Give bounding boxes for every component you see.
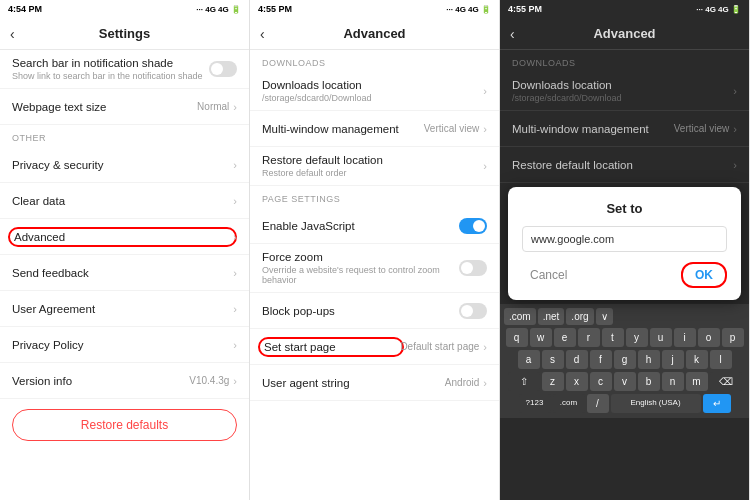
list-item-js[interactable]: Enable JavaScript (250, 208, 499, 244)
kb-key-u[interactable]: u (650, 328, 672, 347)
kb-key-backspace[interactable]: ⌫ (710, 372, 742, 391)
kb-key-space[interactable]: English (USA) (611, 394, 701, 413)
chevron-icon: › (233, 339, 237, 351)
chevron-icon: › (233, 303, 237, 315)
kb-key-f[interactable]: f (590, 350, 612, 369)
kb-key-d[interactable]: d (566, 350, 588, 369)
item-title: Force zoom (262, 251, 459, 263)
list-item-search-bar[interactable]: Search bar in notification shade Show li… (0, 50, 249, 89)
item-value: Vertical view (424, 123, 480, 134)
kb-key-i[interactable]: i (674, 328, 696, 347)
back-arrow-3[interactable]: ‹ (510, 26, 515, 42)
toggle-force-zoom[interactable] (459, 260, 487, 276)
kb-key-b[interactable]: b (638, 372, 660, 391)
list-item-user-agent[interactable]: User agent string Android › (250, 365, 499, 401)
page-title-3: Advanced (593, 26, 655, 41)
status-icons-2: ··· 4G 4G 🔋 (446, 5, 491, 14)
item-title: Multi-window management (262, 123, 424, 135)
chevron-icon: › (483, 341, 487, 353)
kb-key-c[interactable]: c (590, 372, 612, 391)
toggle-block-popups[interactable] (459, 303, 487, 319)
modal-input[interactable] (522, 226, 727, 252)
page-title-2: Advanced (343, 26, 405, 41)
kb-key-n[interactable]: n (662, 372, 684, 391)
item-title: Webpage text size (12, 101, 197, 113)
chevron-icon: › (483, 160, 487, 172)
item-title: Version info (12, 375, 189, 387)
list-item-user-agreement[interactable]: User Agreement › (0, 291, 249, 327)
item-title: Send feedback (12, 267, 233, 279)
item-value: Default start page (400, 341, 479, 352)
list-item-block-popups[interactable]: Block pop-ups (250, 293, 499, 329)
kb-key-dotcom[interactable]: .com (553, 394, 585, 413)
kb-key-o[interactable]: o (698, 328, 720, 347)
back-arrow-1[interactable]: ‹ (10, 26, 15, 42)
section-label-downloads-3: DOWNLOADS (500, 50, 749, 72)
item-title: User Agreement (12, 303, 233, 315)
list-item-feedback[interactable]: Send feedback › (0, 255, 249, 291)
kb-key-v[interactable]: v (614, 372, 636, 391)
item-title: Multi-window management (512, 123, 674, 135)
back-arrow-2[interactable]: ‹ (260, 26, 265, 42)
kb-key-enter[interactable]: ↵ (703, 394, 731, 413)
item-title: Downloads location (262, 79, 483, 91)
list-item-downloads-location[interactable]: Downloads location /storage/sdcard0/Down… (250, 72, 499, 111)
kb-key-r[interactable]: r (578, 328, 600, 347)
kb-key-y[interactable]: y (626, 328, 648, 347)
list-item-multiwindow[interactable]: Multi-window management Vertical view › (250, 111, 499, 147)
list-item-text-size[interactable]: Webpage text size Normal › (0, 89, 249, 125)
kb-key-j[interactable]: j (662, 350, 684, 369)
kb-key-e[interactable]: e (554, 328, 576, 347)
kb-key-123[interactable]: ?123 (519, 394, 551, 413)
kb-url-net[interactable]: .net (538, 308, 565, 325)
kb-url-com[interactable]: .com (504, 308, 536, 325)
kb-key-l[interactable]: l (710, 350, 732, 369)
list-item-restore-loc-3[interactable]: Restore default location › (500, 147, 749, 183)
kb-key-p[interactable]: p (722, 328, 744, 347)
kb-key-t[interactable]: t (602, 328, 624, 347)
kb-key-slash[interactable]: / (587, 394, 609, 413)
kb-key-s[interactable]: s (542, 350, 564, 369)
section-label-other: OTHER (0, 125, 249, 147)
time-3: 4:55 PM (508, 4, 542, 14)
kb-key-q[interactable]: q (506, 328, 528, 347)
list-item-clear-data[interactable]: Clear data › (0, 183, 249, 219)
kb-url-org[interactable]: .org (566, 308, 593, 325)
chevron-icon: › (233, 267, 237, 279)
status-bar-3: 4:55 PM ··· 4G 4G 🔋 (500, 0, 749, 18)
restore-defaults-button[interactable]: Restore defaults (12, 409, 237, 441)
list-item-privacy-policy[interactable]: Privacy Policy › (0, 327, 249, 363)
kb-url-chevron[interactable]: ∨ (596, 308, 613, 325)
chevron-icon: › (233, 159, 237, 171)
kb-key-x[interactable]: x (566, 372, 588, 391)
list-item-start-page[interactable]: Set start page Default start page › (250, 329, 499, 365)
kb-key-h[interactable]: h (638, 350, 660, 369)
list-item-dl-loc-3[interactable]: Downloads location /storage/sdcard0/Down… (500, 72, 749, 111)
item-title-start-page: Set start page (258, 337, 404, 357)
panel-advanced-dark: 4:55 PM ··· 4G 4G 🔋 ‹ Advanced DOWNLOADS… (500, 0, 750, 500)
chevron-icon: › (233, 195, 237, 207)
list-item-version[interactable]: Version info V10.4.3g › (0, 363, 249, 399)
list-item-force-zoom[interactable]: Force zoom Override a website's request … (250, 244, 499, 293)
kb-key-shift[interactable]: ⇧ (508, 372, 540, 391)
toggle-search-bar[interactable] (209, 61, 237, 77)
list-item-restore-location[interactable]: Restore default location Restore default… (250, 147, 499, 186)
chevron-icon: › (233, 101, 237, 113)
toggle-js[interactable] (459, 218, 487, 234)
list-item-privacy[interactable]: Privacy & security › (0, 147, 249, 183)
time-1: 4:54 PM (8, 4, 42, 14)
list-item-multiwindow-3[interactable]: Multi-window management Vertical view › (500, 111, 749, 147)
kb-key-z[interactable]: z (542, 372, 564, 391)
modal-cancel-button[interactable]: Cancel (522, 264, 575, 286)
modal-ok-button[interactable]: OK (681, 262, 727, 288)
page-title-1: Settings (99, 26, 150, 41)
kb-key-a[interactable]: a (518, 350, 540, 369)
kb-key-g[interactable]: g (614, 350, 636, 369)
item-value: Android (445, 377, 479, 388)
chevron-icon: › (733, 123, 737, 135)
kb-key-w[interactable]: w (530, 328, 552, 347)
kb-key-k[interactable]: k (686, 350, 708, 369)
list-item-advanced[interactable]: Advanced › (0, 219, 249, 255)
kb-key-m[interactable]: m (686, 372, 708, 391)
item-title: Privacy Policy (12, 339, 233, 351)
